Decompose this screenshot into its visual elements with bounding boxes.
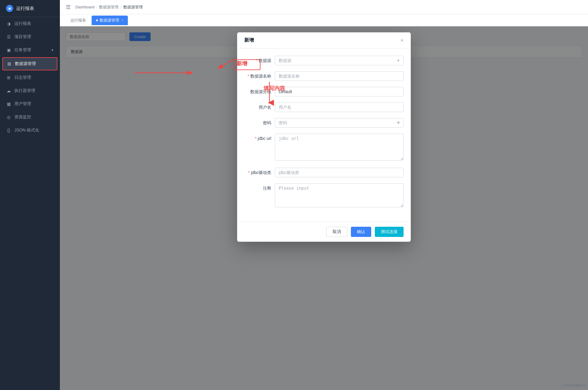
main-content: ☰ Dashboard / 数据源管理 / 数据源管理 运行报表 数据源管理 ×…: [60, 0, 588, 390]
sidebar-item-project-mgmt[interactable]: ☰ 项目管理: [0, 30, 60, 43]
datasource-name-wrap: [275, 71, 404, 81]
password-eye-icon[interactable]: 👁: [396, 120, 401, 125]
form-row-datasource-name: 数据源名称: [244, 71, 404, 81]
modal-title: 新增: [244, 37, 254, 43]
comment-wrap: [275, 183, 404, 208]
tab-label: 数据源管理: [100, 18, 119, 23]
sidebar-item-label: 运行报表: [14, 21, 31, 26]
sidebar-item-label: 日志管理: [14, 75, 31, 80]
label-password: 密码: [244, 118, 271, 126]
jdbc-url-wrap: [275, 134, 404, 162]
datasource-mgmt-icon: ⊟: [7, 61, 12, 66]
jdbc-url-textarea[interactable]: [275, 134, 404, 161]
sidebar-item-log-mgmt[interactable]: ⊞ 日志管理: [0, 71, 60, 84]
test-connection-button[interactable]: 测试连接: [375, 227, 404, 237]
tab-close-icon[interactable]: ×: [122, 19, 123, 22]
watermark: CSDN@杨林伟: [563, 383, 586, 388]
logo-title: 运行报表: [16, 6, 34, 11]
tabs-bar: 运行报表 数据源管理 ×: [60, 14, 588, 26]
form-row-datasource-group: 数据源分组: [244, 87, 404, 96]
form-row-jdbc-driver: jdbc驱动类: [244, 168, 404, 177]
sidebar-item-label: 资源监控: [14, 114, 31, 120]
datasource-group-input[interactable]: [275, 87, 404, 96]
chevron-down-icon: ▼: [51, 49, 54, 52]
sidebar-item-label: 项目管理: [14, 34, 31, 40]
tab-active-dot: [96, 19, 98, 21]
label-comment: 注释: [244, 183, 271, 191]
form-row-password: 密码 👁: [244, 118, 404, 128]
project-mgmt-icon: ☰: [6, 34, 11, 40]
sidebar-item-label: 执行器管理: [14, 88, 35, 93]
log-mgmt-icon: ⊞: [6, 75, 11, 80]
tab-datasource-mgmt[interactable]: 数据源管理 ×: [92, 16, 128, 25]
sidebar-item-user-mgmt[interactable]: ▦ 用户管理: [0, 97, 60, 111]
modal-footer: 取消 确认 测试连接: [237, 222, 411, 242]
tab-run-report[interactable]: 运行报表: [66, 16, 90, 25]
form-row-jdbc-url: jdbc url: [244, 134, 404, 162]
password-wrap-outer: 👁: [275, 118, 404, 128]
menu-icon[interactable]: ☰: [66, 4, 71, 10]
breadcrumb: Dashboard / 数据源管理 / 数据源管理: [75, 4, 143, 10]
sidebar-item-task-mgmt[interactable]: ▣ 任务管理 ▼: [0, 43, 60, 57]
json-format-icon: {}: [6, 128, 11, 133]
modal-dialog: 新增 × 数据源 数据源 ▼: [237, 32, 411, 242]
comment-textarea[interactable]: [275, 183, 404, 207]
datasource-group-wrap: [275, 87, 404, 96]
datasource-select-container: 数据源 ▼: [275, 56, 404, 65]
modal-overlay[interactable]: 新增 × 数据源 数据源 ▼: [60, 26, 588, 390]
cancel-button[interactable]: 取消: [326, 227, 347, 237]
content-area: Create 数据源 新增 × 数据源: [60, 26, 588, 390]
breadcrumb-sep-2: /: [120, 5, 122, 9]
sidebar: ◉ 运行报表 ◑ 运行报表 ☰ 项目管理 ▣ 任务管理 ▼ ⊟ 数据源管理 ⊞ …: [0, 0, 60, 390]
sidebar-item-executor-mgmt[interactable]: ☁ 执行器管理: [0, 84, 60, 97]
topbar: ☰ Dashboard / 数据源管理 / 数据源管理: [60, 0, 588, 14]
label-datasource: 数据源: [244, 56, 271, 64]
form-row-comment: 注释: [244, 183, 404, 208]
username-wrap: [275, 102, 404, 112]
sidebar-item-resource-monitor[interactable]: ◎ 资源监控: [0, 111, 60, 124]
password-field-wrap: 👁: [275, 118, 404, 128]
jdbc-driver-input[interactable]: [275, 168, 404, 177]
sidebar-item-run-report[interactable]: ◑ 运行报表: [0, 17, 60, 30]
executor-mgmt-icon: ☁: [6, 88, 11, 93]
form-row-username: 用户名: [244, 102, 404, 112]
label-username: 用户名: [244, 102, 271, 110]
sidebar-item-datasource-mgmt[interactable]: ⊟ 数据源管理: [2, 57, 57, 70]
task-mgmt-icon: ▣: [6, 47, 11, 53]
form-row-datasource: 数据源 数据源 ▼: [244, 56, 404, 65]
label-jdbc-driver: jdbc驱动类: [244, 168, 271, 176]
label-datasource-name: 数据源名称: [244, 71, 271, 79]
sidebar-item-label: 用户管理: [14, 101, 31, 107]
username-input[interactable]: [275, 102, 404, 112]
tab-label: 运行报表: [70, 18, 86, 23]
label-datasource-group: 数据源分组: [244, 87, 271, 95]
breadcrumb-root: Dashboard: [75, 5, 95, 9]
datasource-select-wrap: 数据源 ▼: [275, 56, 404, 65]
modal-close-button[interactable]: ×: [400, 38, 404, 43]
jdbc-driver-wrap: [275, 168, 404, 177]
resource-monitor-icon: ◎: [6, 114, 11, 120]
sidebar-item-json-format[interactable]: {} JSON 格式化: [0, 124, 60, 137]
password-input[interactable]: [275, 118, 404, 128]
datasource-name-input[interactable]: [275, 71, 404, 81]
breadcrumb-parent: 数据源管理: [99, 4, 119, 10]
modal-body: 数据源 数据源 ▼ 数据源名称: [237, 49, 411, 222]
sidebar-item-label: JSON 格式化: [14, 128, 39, 133]
breadcrumb-current: 数据源管理: [123, 4, 143, 10]
sidebar-item-label: 数据源管理: [15, 61, 36, 66]
confirm-button[interactable]: 确认: [351, 227, 371, 237]
user-mgmt-icon: ▦: [6, 101, 11, 107]
label-jdbc-url: jdbc url: [244, 134, 271, 141]
run-report-icon: ◑: [6, 21, 11, 26]
breadcrumb-sep-1: /: [96, 5, 98, 9]
sidebar-item-label: 任务管理: [14, 47, 31, 53]
logo-icon: ◉: [6, 5, 13, 12]
sidebar-logo: ◉ 运行报表: [0, 0, 60, 17]
modal-header: 新增 ×: [237, 32, 411, 49]
datasource-select[interactable]: 数据源: [275, 56, 404, 65]
